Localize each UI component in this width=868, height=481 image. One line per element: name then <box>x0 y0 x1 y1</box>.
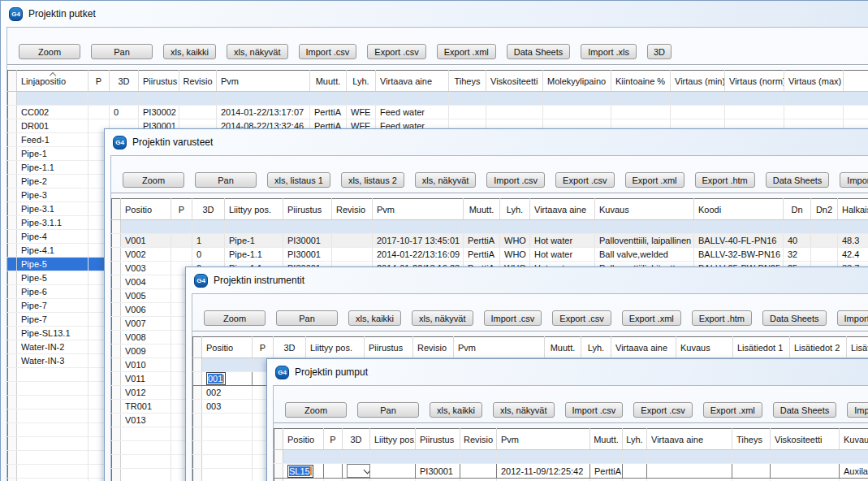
toolbar-button-export-csv[interactable]: Export .csv <box>633 402 692 418</box>
column-header-positio[interactable]: Positio <box>121 199 171 220</box>
column-header-pvm[interactable]: Pvm <box>217 71 310 92</box>
toolbar-button-export-xml[interactable]: Export .xml <box>437 44 496 59</box>
column-header-virtaava-aine[interactable]: Virtaava aine <box>376 71 449 92</box>
toolbar-button-export-csv[interactable]: Export .csv <box>552 310 611 326</box>
toolbar-button-xls-n-kyv-t[interactable]: xls, näkyvät <box>493 402 554 418</box>
column-header-lyh[interactable]: Lyh. <box>347 71 376 92</box>
toolbar-button-export-csv[interactable]: Export .csv <box>555 172 614 188</box>
column-header-viskositeetti[interactable]: Viskositeetti <box>771 429 840 450</box>
toolbar-button-3d[interactable]: 3D <box>647 44 672 59</box>
toolbar-button-xls-kaikki[interactable]: xls, kaikki <box>163 44 216 59</box>
column-header-lyh[interactable]: Lyh. <box>581 337 611 358</box>
column-header-virtaus-min[interactable]: Virtaus (min) <box>671 71 725 92</box>
toolbar-button-export-xml[interactable]: Export .xml <box>622 310 681 326</box>
column-header-kiintoaine[interactable]: Kiintoaine % <box>611 71 671 92</box>
column-header-pvm[interactable]: Pvm <box>454 337 545 358</box>
toolbar-button-zoom[interactable]: Zoom <box>204 310 266 326</box>
column-header-kuvaus[interactable]: Kuvaus <box>676 337 733 358</box>
column-header-koodi[interactable]: Koodi <box>694 199 784 220</box>
column-header-muutt[interactable]: Muutt. <box>310 71 347 92</box>
column-header-pvm[interactable]: Pvm <box>373 199 464 220</box>
toolbar-button-pan[interactable]: Pan <box>276 310 338 326</box>
toolbar-button-import-xls[interactable]: Import .xls <box>837 310 868 326</box>
toolbar-button-import-xls[interactable]: Import .xls <box>581 44 637 59</box>
column-header-piirustus[interactable]: Piirustus <box>139 71 179 92</box>
column-header-muutt[interactable]: Muutt. <box>464 199 500 220</box>
column-header-lyh[interactable]: Lyh. <box>623 429 647 450</box>
toolbar-button-data-sheets[interactable]: Data Sheets <box>762 310 827 326</box>
column-header-positio[interactable]: Positio <box>202 337 253 358</box>
column-header-muutt[interactable]: Muutt. <box>545 337 581 358</box>
column-header-revisio[interactable]: Revisio <box>332 199 373 220</box>
column-header-halkaisija[interactable]: Halkaisija <box>838 199 868 220</box>
toolbar-button-export-xml[interactable]: Export .xml <box>625 172 684 188</box>
column-header-revisio[interactable]: Revisio <box>179 71 217 92</box>
titlebar[interactable]: G4 Projektin varusteet <box>107 132 868 153</box>
toolbar-button-export-htm[interactable]: Export .htm <box>695 172 755 188</box>
toolbar-button-xls-kaikki[interactable]: xls, kaikki <box>348 310 401 326</box>
toolbar-button-zoom[interactable]: Zoom <box>285 402 347 418</box>
column-header-p[interactable]: P <box>253 337 274 358</box>
column-header-linjapositio[interactable]: Linjapositio <box>17 71 89 92</box>
new-row[interactable] <box>8 92 868 106</box>
column-header-virtaava-aine[interactable]: Virtaava aine <box>647 429 732 450</box>
column-header-3d[interactable]: 3D <box>192 199 225 220</box>
column-header-lis-tiedot-3[interactable]: Lisätiedot 3 <box>847 337 868 358</box>
table-row[interactable]: V0011Pipe-1PI300012017-10-17 13:45:01Per… <box>112 234 868 248</box>
toolbar-button-export-csv[interactable]: Export .csv <box>367 44 425 59</box>
column-header-tiheys[interactable]: Tiheys <box>449 71 486 92</box>
column-header-piirustus[interactable]: Piirustus <box>283 199 332 220</box>
column-header-pvm[interactable]: Pvm <box>497 429 590 450</box>
table-row[interactable] <box>274 479 868 481</box>
column-header-lis-tiedot-1[interactable]: Lisätiedot 1 <box>733 337 790 358</box>
column-header-dn[interactable]: Dn <box>784 199 811 220</box>
column-header-liittyy-pos[interactable]: Liittyy pos. <box>306 337 365 358</box>
titlebar[interactable]: G4 Projektin pumput <box>270 362 868 383</box>
toolbar-button-pan[interactable]: Pan <box>357 402 419 418</box>
dropdown-3d[interactable] <box>347 464 370 478</box>
toolbar-button-pan[interactable]: Pan <box>91 44 153 59</box>
toolbar-button-import-csv[interactable]: Import .csv <box>565 402 624 418</box>
column-header-virtaus-norm[interactable]: Virtaus (norm) <box>725 71 784 92</box>
column-header-kuvaus[interactable]: Kuvaus <box>595 199 694 220</box>
column-header-muutt[interactable]: Muutt. <box>590 429 623 450</box>
column-header-positio[interactable]: Positio <box>283 429 324 450</box>
column-header-revisio[interactable]: Revisio <box>413 337 454 358</box>
column-header-dn2[interactable]: Dn2 <box>811 199 838 220</box>
cell-edit-input[interactable]: SL15 <box>287 465 313 478</box>
column-header-17[interactable] <box>844 71 868 92</box>
column-header-virtaava-aine[interactable]: Virtaava aine <box>530 199 595 220</box>
column-header-molekyylipaino[interactable]: Molekyylipaino <box>543 71 611 92</box>
toolbar-button-xls-kaikki[interactable]: xls, kaikki <box>430 402 482 418</box>
toolbar-button-xls-listaus-2[interactable]: xls, listaus 2 <box>341 172 404 188</box>
table-row[interactable]: V0020Pipe-1.1PI300012014-01-22/13:16:09P… <box>112 248 868 262</box>
toolbar-button-pan[interactable]: Pan <box>195 172 257 188</box>
toolbar-button-xls-n-kyv-t[interactable]: xls, näkyvät <box>415 172 476 188</box>
table-row[interactable]: SL15PI300012012-11-09/12:25:42PerttiAAux… <box>274 464 868 479</box>
column-header-p[interactable]: P <box>324 429 343 450</box>
toolbar-button-zoom[interactable]: Zoom <box>123 172 184 188</box>
titlebar[interactable]: G4 Projektin putket <box>3 3 868 24</box>
column-header-p[interactable]: P <box>171 199 192 220</box>
column-header-virtaava-aine[interactable]: Virtaava aine <box>611 337 676 358</box>
column-header-liittyy-pos[interactable]: Liittyy pos. <box>225 199 283 220</box>
toolbar-button-import-csv[interactable]: Import .csv <box>299 44 357 59</box>
toolbar-button-data-sheets[interactable]: Data Sheets <box>766 172 830 188</box>
column-header-lis-tiedot-2[interactable]: Lisätiedot 2 <box>790 337 847 358</box>
new-row[interactable] <box>274 450 868 464</box>
column-header-3d[interactable]: 3D <box>343 429 370 450</box>
toolbar-button-export-htm[interactable]: Export .htm <box>692 310 752 326</box>
toolbar-button-import-xls[interactable]: Import .xls <box>847 402 868 418</box>
toolbar-button-import-csv[interactable]: Import .csv <box>484 310 542 326</box>
toolbar-button-data-sheets[interactable]: Data Sheets <box>773 402 837 418</box>
toolbar-button-xls-listaus-1[interactable]: xls, listaus 1 <box>267 172 330 188</box>
column-header-3d[interactable]: 3D <box>110 71 139 92</box>
column-header-liittyy-pos[interactable]: Liittyy pos. <box>370 429 416 450</box>
column-header-viskositeetti[interactable]: Viskositeetti <box>486 71 543 92</box>
column-header-kuvaus[interactable]: Kuvaus <box>840 429 868 450</box>
column-header-virtaus-max[interactable]: Virtaus (max) <box>784 71 844 92</box>
toolbar-button-import-csv[interactable]: Import .csv <box>486 172 545 188</box>
column-header-p[interactable]: P <box>89 71 110 92</box>
titlebar[interactable]: G4 Projektin instrumentit <box>188 270 868 291</box>
column-header-lyh[interactable]: Lyh. <box>500 199 530 220</box>
